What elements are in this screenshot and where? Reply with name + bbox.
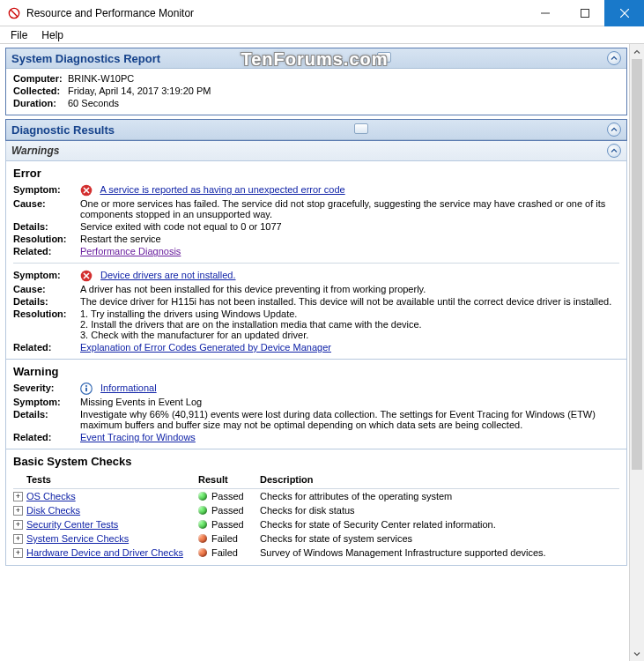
svg-rect-14	[85, 388, 87, 391]
link-related-error2[interactable]: Explanation of Error Codes Generated by …	[80, 342, 331, 353]
expand-icon[interactable]: +	[13, 548, 23, 558]
panel-center-icon	[160, 52, 607, 65]
label-details: Details:	[13, 221, 80, 232]
section-error: Error Symptom: A service is reported as …	[5, 161, 627, 360]
panel-title: System Diagnostics Report	[11, 52, 160, 65]
scroll-up-button[interactable]	[630, 44, 644, 59]
error-icon	[80, 270, 93, 282]
panel-center-icon	[115, 123, 607, 137]
label-related: Related:	[13, 246, 80, 256]
check-result: Passed	[211, 519, 244, 530]
label-computer: Computer:	[13, 73, 68, 84]
table-row: +Disk ChecksPassedChecks for disk status	[13, 503, 619, 517]
window-titlebar: Resource and Performance Monitor	[0, 0, 644, 26]
panel-header-diagnostic-results[interactable]: Diagnostic Results	[6, 120, 626, 140]
label-symptom: Symptom:	[13, 184, 80, 195]
link-symptom-error1[interactable]: A service is reported as having an unexp…	[100, 184, 344, 195]
close-button[interactable]	[604, 0, 644, 26]
check-result: Passed	[211, 505, 244, 516]
check-name-link[interactable]: OS Checks	[26, 491, 76, 501]
link-severity[interactable]: Informational	[100, 382, 157, 393]
check-name-link[interactable]: Security Center Tests	[26, 519, 118, 530]
value-resolution-1: 1. Try installing the drivers using Wind…	[80, 308, 619, 319]
section-title-error: Error	[13, 167, 619, 183]
window-controls	[525, 0, 644, 26]
expand-icon[interactable]: +	[13, 534, 23, 544]
window-title: Resource and Performance Monitor	[26, 7, 525, 19]
panel-header-report[interactable]: System Diagnostics Report	[6, 48, 626, 69]
checks-table-head: Tests Result Description	[13, 472, 619, 489]
section-title-warning: Warning	[13, 365, 619, 382]
table-row: +Hardware Device and Driver ChecksFailed…	[13, 546, 619, 560]
value-details: Service exited with code not equal to 0 …	[80, 221, 619, 232]
section-warning: Warning Severity: Informational Symptom:…	[5, 360, 627, 449]
link-related-warning[interactable]: Event Tracing for Windows	[80, 432, 196, 442]
value-duration: 60 Seconds	[68, 98, 119, 108]
table-row: +Security Center TestsPassedChecks for s…	[13, 517, 619, 531]
panel-diagnostic-results: Diagnostic Results	[5, 119, 627, 141]
expand-icon[interactable]: +	[13, 506, 23, 516]
expand-icon[interactable]: +	[13, 492, 23, 501]
label-details: Details:	[13, 296, 80, 307]
app-icon	[7, 6, 21, 20]
label-cause: Cause:	[13, 198, 80, 209]
value-details: The device driver for H115i has not been…	[80, 296, 619, 307]
value-computer: BRINK-W10PC	[68, 73, 134, 84]
value-details: Investigate why 66% (40,911) events were…	[80, 409, 619, 430]
table-row: +OS ChecksPassedChecks for attributes of…	[13, 489, 619, 503]
divider	[13, 263, 619, 264]
menubar: File Help	[0, 26, 644, 44]
status-dot-fail	[198, 548, 207, 557]
status-dot-pass	[198, 520, 207, 529]
minimize-button[interactable]	[525, 0, 565, 26]
scroll-down-button[interactable]	[630, 646, 644, 661]
check-name-link[interactable]: Disk Checks	[26, 505, 80, 516]
collapse-button[interactable]	[607, 123, 621, 137]
link-related-error1[interactable]: Performance Diagnosis	[80, 246, 181, 256]
label-collected: Collected:	[13, 85, 68, 96]
maximize-button[interactable]	[565, 0, 604, 26]
panel-system-diagnostics-report: System Diagnostics Report Computer:BRINK…	[5, 48, 627, 115]
value-resolution: Restart the service	[80, 234, 619, 244]
vertical-scrollbar[interactable]	[629, 44, 644, 661]
menu-file[interactable]: File	[4, 27, 34, 43]
value-resolution-3: 3. Check with the manufacturer for an up…	[80, 330, 619, 340]
label-resolution: Resolution:	[13, 308, 80, 319]
error-icon	[80, 184, 93, 197]
label-severity: Severity:	[13, 382, 80, 393]
status-dot-fail	[198, 534, 207, 543]
label-details: Details:	[13, 409, 80, 420]
check-result: Failed	[211, 533, 238, 544]
report-content: TenForums.com System Diagnostics Report …	[0, 44, 629, 661]
check-desc: Survey of Windows Management Infrastruct…	[260, 547, 619, 558]
table-row: +System Service ChecksFailedChecks for s…	[13, 531, 619, 546]
check-desc: Checks for state of Security Center rela…	[260, 519, 619, 530]
panel-title: Diagnostic Results	[11, 123, 115, 137]
status-dot-pass	[198, 492, 207, 501]
check-desc: Checks for disk status	[260, 505, 619, 516]
expand-icon[interactable]: +	[13, 520, 23, 530]
label-cause: Cause:	[13, 284, 80, 294]
status-dot-pass	[198, 506, 207, 515]
check-desc: Checks for state of system services	[260, 533, 619, 544]
check-name-link[interactable]: System Service Checks	[26, 533, 129, 544]
check-desc: Checks for attributes of the operating s…	[260, 491, 619, 501]
label-duration: Duration:	[13, 98, 68, 108]
value-cause: A driver has not been installed for this…	[80, 284, 619, 294]
label-related: Related:	[13, 432, 80, 442]
value-resolution-2: 2. Install the drivers that are on the i…	[80, 319, 619, 330]
check-result: Passed	[211, 491, 244, 501]
sub-header-warnings[interactable]: Warnings	[5, 141, 627, 161]
scroll-thumb[interactable]	[632, 59, 642, 470]
label-symptom: Symptom:	[13, 270, 80, 280]
svg-point-13	[85, 385, 87, 387]
scroll-track[interactable]	[630, 59, 644, 646]
label-resolution: Resolution:	[13, 234, 80, 244]
section-title-checks: Basic System Checks	[13, 455, 619, 472]
section-basic-system-checks: Basic System Checks Tests Result Descrip…	[5, 449, 627, 566]
collapse-button[interactable]	[607, 144, 621, 158]
collapse-button[interactable]	[607, 51, 621, 65]
menu-help[interactable]: Help	[34, 27, 70, 43]
check-name-link[interactable]: Hardware Device and Driver Checks	[26, 547, 183, 558]
link-symptom-error2[interactable]: Device drivers are not installed.	[100, 270, 235, 280]
